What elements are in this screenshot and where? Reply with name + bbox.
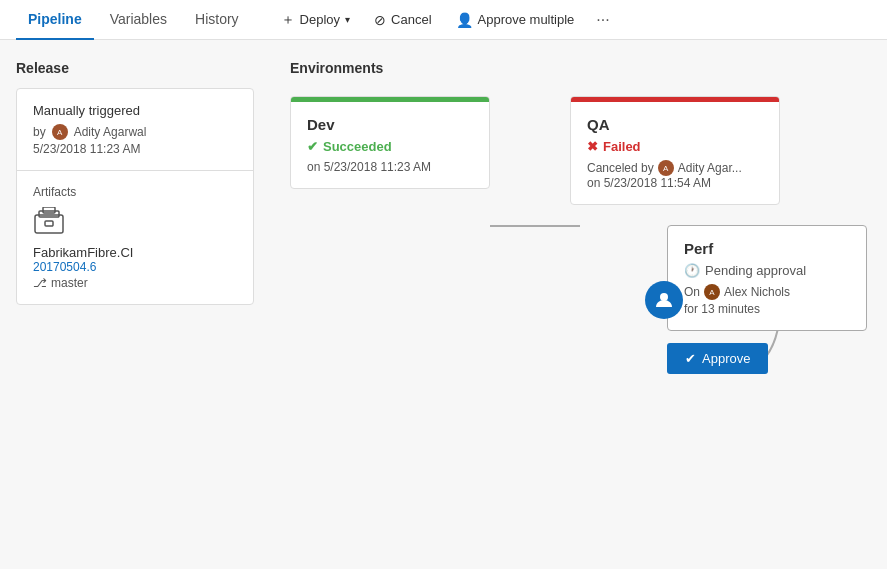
environments-title: Environments [290,60,867,76]
perf-user-avatar: A [704,284,720,300]
trigger-user-avatar: A [52,124,68,140]
chevron-down-icon: ▾ [345,14,350,25]
svg-point-5 [660,293,668,301]
artifact-name: FabrikamFibre.CI [33,245,237,260]
tab-history[interactable]: History [183,0,251,40]
qa-status: ✖ Failed [587,139,763,154]
svg-rect-1 [39,211,59,217]
tab-actions: ＋ Deploy ▾ ⊘ Cancel 👤 Approve multiple ·… [271,6,618,34]
plus-icon: ＋ [281,11,295,29]
artifact-version[interactable]: 20170504.6 [33,260,237,274]
deploy-button[interactable]: ＋ Deploy ▾ [271,6,360,34]
clock-icon: 🕐 [684,263,700,278]
dev-name: Dev [307,116,473,133]
approve-button[interactable]: ✔ Approve [667,343,768,374]
environments-panel: Environments Dev ✔ [270,40,887,569]
artifacts-section: Artifacts FabrikamFibre.CI 20170504.6 ⎇ … [17,171,253,304]
cancel-icon: ⊘ [374,12,386,28]
qa-card-body: QA ✖ Failed Canceled by A Adity Agar... … [571,102,779,204]
tab-bar: Pipeline Variables History ＋ Deploy ▾ ⊘ … [0,0,887,40]
release-trigger: Manually triggered by A Adity Agarwal 5/… [17,89,253,171]
qa-card: QA ✖ Failed Canceled by A Adity Agar... … [570,96,780,205]
perf-approver-meta: On A Alex Nichols [684,284,850,300]
artifact-icon [33,207,237,241]
tab-variables[interactable]: Variables [98,0,179,40]
release-panel: Release Manually triggered by A Adity Ag… [0,40,270,569]
qa-canceled-meta: Canceled by A Adity Agar... [587,160,763,176]
trigger-meta: by A Adity Agarwal [33,124,237,140]
dev-card: Dev ✔ Succeeded on 5/23/2018 11:23 AM [290,96,490,189]
qa-user-avatar: A [658,160,674,176]
more-options-button[interactable]: ··· [588,6,617,34]
check-icon: ✔ [685,351,696,366]
dev-status: ✔ Succeeded [307,139,473,154]
approve-multiple-button[interactable]: 👤 Approve multiple [446,7,585,33]
qa-name: QA [587,116,763,133]
perf-name: Perf [684,240,850,257]
perf-status: 🕐 Pending approval [684,263,850,278]
dev-date: on 5/23/2018 11:23 AM [307,160,473,174]
perf-duration: for 13 minutes [684,302,850,316]
environments-wrapper: Dev ✔ Succeeded on 5/23/2018 11:23 AM QA [290,96,867,374]
branch-icon: ⎇ [33,276,47,290]
tab-pipeline[interactable]: Pipeline [16,0,94,40]
x-icon: ✖ [587,139,598,154]
trigger-user-name: Adity Agarwal [74,125,147,139]
check-icon: ✔ [307,139,318,154]
approval-avatar [645,281,683,319]
by-label: by [33,125,46,139]
cancel-button[interactable]: ⊘ Cancel [364,7,441,33]
perf-card-body: Perf 🕐 Pending approval On A Alex Nichol… [668,226,866,330]
artifacts-label: Artifacts [33,185,237,199]
release-panel-title: Release [16,60,254,76]
person-icon: 👤 [456,12,473,28]
trigger-title: Manually triggered [33,103,237,118]
perf-card: Perf 🕐 Pending approval On A Alex Nichol… [667,225,867,331]
qa-date: on 5/23/2018 11:54 AM [587,176,763,190]
trigger-date: 5/23/2018 11:23 AM [33,142,237,156]
svg-rect-2 [43,207,55,213]
main-content: Release Manually triggered by A Adity Ag… [0,40,887,569]
svg-rect-3 [45,221,53,226]
artifact-branch: ⎇ master [33,276,237,290]
dev-card-body: Dev ✔ Succeeded on 5/23/2018 11:23 AM [291,102,489,188]
release-card: Manually triggered by A Adity Agarwal 5/… [16,88,254,305]
